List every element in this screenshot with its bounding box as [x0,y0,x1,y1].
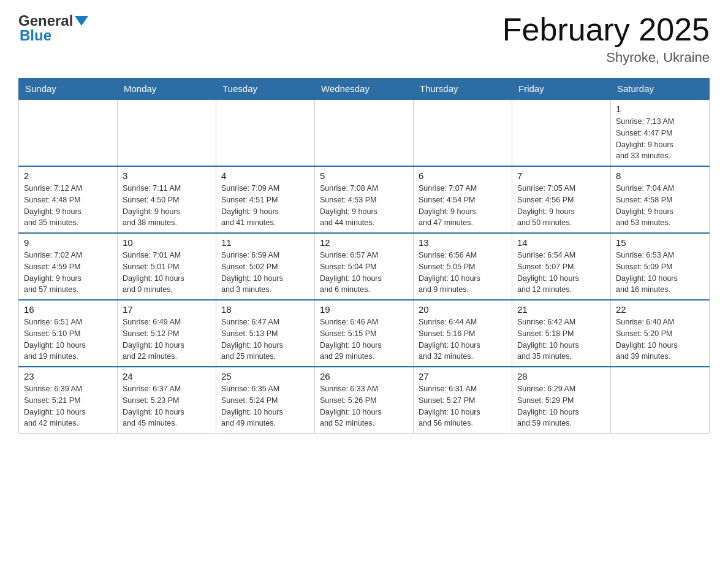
calendar-header-row: SundayMondayTuesdayWednesdayThursdayFrid… [19,79,710,100]
day-info: Sunrise: 7:04 AMSunset: 4:58 PMDaylight:… [616,183,704,229]
calendar-day-header: Sunday [19,79,118,100]
day-info: Sunrise: 7:13 AMSunset: 4:47 PMDaylight:… [616,116,704,162]
day-number: 1 [616,104,704,114]
calendar-day-header: Friday [512,79,611,100]
calendar-day-cell: 22Sunrise: 6:40 AMSunset: 5:20 PMDayligh… [611,300,710,367]
day-number: 5 [320,170,408,181]
day-number: 11 [221,237,309,248]
day-info: Sunrise: 6:39 AMSunset: 5:21 PMDaylight:… [24,383,112,429]
day-info: Sunrise: 7:12 AMSunset: 4:48 PMDaylight:… [24,183,112,229]
day-number: 6 [419,170,507,181]
calendar-day-cell: 8Sunrise: 7:04 AMSunset: 4:58 PMDaylight… [611,166,710,233]
day-number: 27 [419,371,507,381]
day-info: Sunrise: 6:57 AMSunset: 5:04 PMDaylight:… [320,250,408,296]
calendar-day-header: Wednesday [315,79,414,100]
calendar-day-cell: 26Sunrise: 6:33 AMSunset: 5:26 PMDayligh… [315,367,414,434]
day-number: 17 [123,304,211,315]
calendar-day-cell: 17Sunrise: 6:49 AMSunset: 5:12 PMDayligh… [118,300,216,367]
day-number: 4 [221,170,309,181]
day-info: Sunrise: 6:51 AMSunset: 5:10 PMDaylight:… [24,316,112,362]
calendar-day-cell: 12Sunrise: 6:57 AMSunset: 5:04 PMDayligh… [315,233,414,300]
calendar-day-cell: 20Sunrise: 6:44 AMSunset: 5:16 PMDayligh… [414,300,512,367]
calendar-day-header: Monday [118,79,216,100]
day-info: Sunrise: 6:47 AMSunset: 5:13 PMDaylight:… [221,316,309,362]
calendar-day-cell: 6Sunrise: 7:07 AMSunset: 4:54 PMDaylight… [414,166,512,233]
day-info: Sunrise: 6:54 AMSunset: 5:07 PMDaylight:… [517,250,605,296]
calendar-day-cell: 24Sunrise: 6:37 AMSunset: 5:23 PMDayligh… [118,367,216,434]
day-info: Sunrise: 6:40 AMSunset: 5:20 PMDaylight:… [616,316,704,362]
day-info: Sunrise: 7:11 AMSunset: 4:50 PMDaylight:… [123,183,211,229]
day-number: 18 [221,304,309,315]
day-number: 28 [517,371,605,381]
calendar-week-row: 16Sunrise: 6:51 AMSunset: 5:10 PMDayligh… [19,300,710,367]
day-info: Sunrise: 7:05 AMSunset: 4:56 PMDaylight:… [517,183,605,229]
calendar-day-cell [512,99,611,166]
month-title: February 2025 [502,12,710,47]
day-number: 7 [517,170,605,181]
calendar-week-row: 9Sunrise: 7:02 AMSunset: 4:59 PMDaylight… [19,233,710,300]
calendar-day-cell: 27Sunrise: 6:31 AMSunset: 5:27 PMDayligh… [414,367,512,434]
calendar-day-cell: 21Sunrise: 6:42 AMSunset: 5:18 PMDayligh… [512,300,611,367]
calendar-day-cell [414,99,512,166]
calendar-day-cell: 19Sunrise: 6:46 AMSunset: 5:15 PMDayligh… [315,300,414,367]
calendar-day-cell: 28Sunrise: 6:29 AMSunset: 5:29 PMDayligh… [512,367,611,434]
calendar-day-header: Tuesday [216,79,315,100]
day-info: Sunrise: 7:01 AMSunset: 5:01 PMDaylight:… [123,250,211,296]
day-info: Sunrise: 7:02 AMSunset: 4:59 PMDaylight:… [24,250,112,296]
calendar-day-cell: 13Sunrise: 6:56 AMSunset: 5:05 PMDayligh… [414,233,512,300]
day-number: 26 [320,371,408,381]
logo: General Blue [18,12,88,44]
title-block: February 2025 Shyroke, Ukraine [502,12,710,66]
calendar-week-row: 23Sunrise: 6:39 AMSunset: 5:21 PMDayligh… [19,367,710,434]
day-info: Sunrise: 6:29 AMSunset: 5:29 PMDaylight:… [517,383,605,429]
calendar-day-cell: 25Sunrise: 6:35 AMSunset: 5:24 PMDayligh… [216,367,315,434]
day-info: Sunrise: 6:44 AMSunset: 5:16 PMDaylight:… [419,316,507,362]
calendar-day-cell [611,367,710,434]
day-number: 3 [123,170,211,181]
day-info: Sunrise: 7:07 AMSunset: 4:54 PMDaylight:… [419,183,507,229]
day-number: 21 [517,304,605,315]
calendar-day-cell: 4Sunrise: 7:09 AMSunset: 4:51 PMDaylight… [216,166,315,233]
calendar-day-cell: 16Sunrise: 6:51 AMSunset: 5:10 PMDayligh… [19,300,118,367]
day-info: Sunrise: 6:42 AMSunset: 5:18 PMDaylight:… [517,316,605,362]
calendar-day-header: Saturday [611,79,710,100]
calendar-day-cell: 15Sunrise: 6:53 AMSunset: 5:09 PMDayligh… [611,233,710,300]
calendar-day-cell: 11Sunrise: 6:59 AMSunset: 5:02 PMDayligh… [216,233,315,300]
day-info: Sunrise: 7:08 AMSunset: 4:53 PMDaylight:… [320,183,408,229]
day-info: Sunrise: 6:49 AMSunset: 5:12 PMDaylight:… [123,316,211,362]
day-info: Sunrise: 6:56 AMSunset: 5:05 PMDaylight:… [419,250,507,296]
day-number: 20 [419,304,507,315]
calendar-day-cell: 23Sunrise: 6:39 AMSunset: 5:21 PMDayligh… [19,367,118,434]
calendar-day-cell: 18Sunrise: 6:47 AMSunset: 5:13 PMDayligh… [216,300,315,367]
day-number: 22 [616,304,704,315]
calendar-day-cell: 14Sunrise: 6:54 AMSunset: 5:07 PMDayligh… [512,233,611,300]
day-number: 10 [123,237,211,248]
calendar-day-cell: 7Sunrise: 7:05 AMSunset: 4:56 PMDaylight… [512,166,611,233]
day-number: 9 [24,237,112,248]
day-info: Sunrise: 7:09 AMSunset: 4:51 PMDaylight:… [221,183,309,229]
day-number: 16 [24,304,112,315]
calendar-day-cell: 5Sunrise: 7:08 AMSunset: 4:53 PMDaylight… [315,166,414,233]
day-number: 13 [419,237,507,248]
day-info: Sunrise: 6:33 AMSunset: 5:26 PMDaylight:… [320,383,408,429]
day-number: 12 [320,237,408,248]
calendar-day-header: Thursday [414,79,512,100]
day-info: Sunrise: 6:37 AMSunset: 5:23 PMDaylight:… [123,383,211,429]
day-number: 2 [24,170,112,181]
calendar-day-cell: 1Sunrise: 7:13 AMSunset: 4:47 PMDaylight… [611,99,710,166]
location-label: Shyroke, Ukraine [502,50,710,66]
calendar-week-row: 1Sunrise: 7:13 AMSunset: 4:47 PMDaylight… [19,99,710,166]
calendar-day-cell [315,99,414,166]
calendar-day-cell: 10Sunrise: 7:01 AMSunset: 5:01 PMDayligh… [118,233,216,300]
calendar-day-cell [19,99,118,166]
calendar-day-cell: 3Sunrise: 7:11 AMSunset: 4:50 PMDaylight… [118,166,216,233]
day-info: Sunrise: 6:46 AMSunset: 5:15 PMDaylight:… [320,316,408,362]
calendar-week-row: 2Sunrise: 7:12 AMSunset: 4:48 PMDaylight… [19,166,710,233]
day-number: 24 [123,371,211,381]
day-number: 25 [221,371,309,381]
day-info: Sunrise: 6:53 AMSunset: 5:09 PMDaylight:… [616,250,704,296]
day-number: 23 [24,371,112,381]
calendar-day-cell: 9Sunrise: 7:02 AMSunset: 4:59 PMDaylight… [19,233,118,300]
day-info: Sunrise: 6:31 AMSunset: 5:27 PMDaylight:… [419,383,507,429]
calendar-table: SundayMondayTuesdayWednesdayThursdayFrid… [18,78,710,434]
